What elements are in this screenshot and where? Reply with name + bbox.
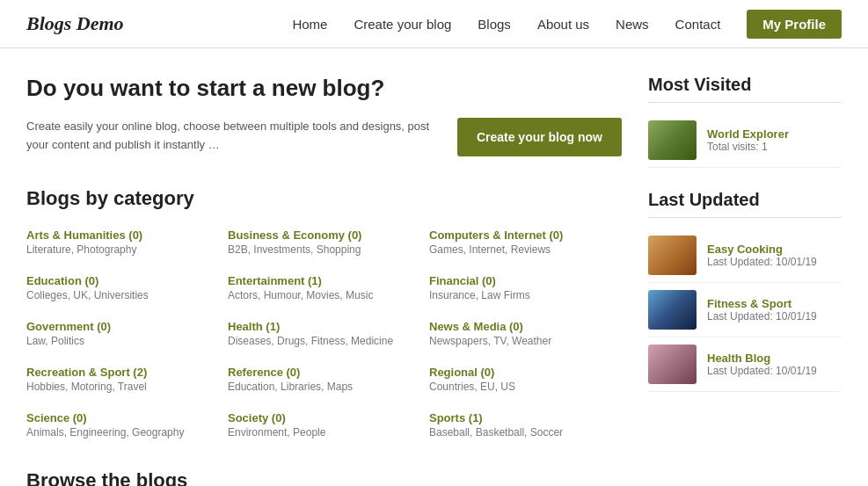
blog-name[interactable]: World Explorer [707, 127, 789, 141]
category-link[interactable]: Entertainment (1) [228, 274, 322, 287]
category-tags: Games, Internet, Reviews [429, 243, 622, 256]
nav-blogs[interactable]: Blogs [478, 17, 511, 32]
blog-thumbnail [648, 120, 697, 160]
category-link[interactable]: Business & Economy (0) [228, 228, 361, 242]
blog-name[interactable]: Health Blog [707, 352, 817, 365]
blog-info: Health Blog Last Updated: 10/01/19 [707, 352, 817, 377]
category-tags: Countries, EU, US [429, 381, 622, 393]
category-tags: Newspapers, TV, Weather [429, 335, 622, 347]
last-updated-item: Health Blog Last Updated: 10/01/19 [648, 337, 842, 392]
hero-title: Do you want to start a new blog? [26, 75, 622, 102]
category-tags: B2B, Investments, Shopping [228, 243, 420, 256]
blog-thumbnail [648, 236, 697, 275]
category-item: Business & Economy (0) B2B, Investments,… [228, 228, 420, 256]
category-item: Computers & Internet (0) Games, Internet… [429, 228, 622, 256]
category-link[interactable]: Education (0) [26, 274, 98, 287]
category-item: Education (0) Colleges, UK, Universities [26, 273, 219, 301]
category-tags: Education, Libraries, Maps [228, 381, 420, 393]
category-link[interactable]: News & Media (0) [429, 320, 523, 333]
category-link[interactable]: Science (0) [26, 411, 87, 424]
create-blog-now-button[interactable]: Create your blog now [457, 118, 622, 156]
category-link[interactable]: Sports (1) [429, 411, 483, 424]
category-link[interactable]: Arts & Humanities (0) [26, 228, 142, 242]
categories-grid: Arts & Humanities (0) Literature, Photog… [26, 228, 622, 439]
category-tags: Animals, Engineering, Geography [26, 426, 219, 439]
category-tags: Hobbies, Motoring, Travel [26, 381, 219, 393]
profile-button[interactable]: My Profile [747, 10, 842, 39]
nav-about[interactable]: About us [537, 17, 589, 32]
category-item: Entertainment (1) Actors, Humour, Movies… [228, 273, 420, 301]
category-item: Reference (0) Education, Libraries, Maps [228, 365, 420, 393]
blog-info: Easy Cooking Last Updated: 10/01/19 [707, 243, 817, 268]
category-item: Arts & Humanities (0) Literature, Photog… [26, 228, 219, 256]
category-tags: Diseases, Drugs, Fitness, Medicine [228, 335, 420, 347]
category-item: Government (0) Law, Politics [26, 319, 219, 347]
blog-meta: Last Updated: 10/01/19 [707, 256, 817, 268]
nav-create-blog[interactable]: Create your blog [354, 17, 451, 32]
category-tags: Literature, Photography [26, 243, 219, 256]
nav-news[interactable]: News [616, 17, 649, 32]
last-updated-section: Last Updated Easy Cooking Last Updated: … [648, 190, 842, 392]
categories-title: Blogs by category [26, 187, 622, 210]
last-updated-item: Easy Cooking Last Updated: 10/01/19 [648, 228, 842, 283]
category-item: News & Media (0) Newspapers, TV, Weather [429, 319, 622, 347]
category-link[interactable]: Computers & Internet (0) [429, 228, 563, 242]
category-item: Recreation & Sport (2) Hobbies, Motoring… [26, 365, 219, 393]
category-item: Science (0) Animals, Engineering, Geogra… [26, 410, 219, 439]
blog-meta: Last Updated: 10/01/19 [707, 365, 817, 377]
blog-info: Fitness & Sport Last Updated: 10/01/19 [707, 297, 817, 323]
category-tags: Environment, People [228, 426, 420, 439]
category-tags: Actors, Humour, Movies, Music [228, 289, 420, 301]
category-link[interactable]: Reference (0) [228, 366, 300, 379]
blog-info: World Explorer Total visits: 1 [707, 127, 789, 153]
hero-text: Create easily your online blog, choose b… [26, 118, 440, 155]
category-link[interactable]: Health (1) [228, 320, 280, 333]
category-tags: Baseball, Basketball, Soccer [429, 426, 622, 439]
category-tags: Insurance, Law Firms [429, 289, 622, 301]
nav-contact[interactable]: Contact [675, 17, 721, 32]
category-item: Financial (0) Insurance, Law Firms [429, 273, 622, 301]
browse-title: Browse the blogs [26, 469, 622, 486]
category-link[interactable]: Society (0) [228, 411, 286, 424]
category-tags: Law, Politics [26, 335, 219, 347]
navbar: Blogs Demo Home Create your blog Blogs A… [0, 0, 868, 48]
sidebar: Most Visited World Explorer Total visits… [648, 75, 842, 486]
category-item: Sports (1) Baseball, Basketball, Soccer [429, 410, 622, 439]
blog-thumbnail [648, 345, 697, 384]
site-logo: Blogs Demo [26, 12, 124, 35]
blog-name[interactable]: Easy Cooking [707, 243, 817, 256]
blog-meta: Total visits: 1 [707, 141, 789, 153]
category-link[interactable]: Regional (0) [429, 366, 494, 379]
category-item: Health (1) Diseases, Drugs, Fitness, Med… [228, 319, 420, 347]
nav-home[interactable]: Home [292, 17, 327, 32]
category-link[interactable]: Recreation & Sport (2) [26, 366, 147, 379]
most-visited-item: World Explorer Total visits: 1 [648, 113, 842, 168]
category-link[interactable]: Financial (0) [429, 274, 496, 287]
hero-body: Create easily your online blog, choose b… [26, 118, 622, 156]
main-content: Do you want to start a new blog? Create … [26, 75, 622, 486]
most-visited-section: Most Visited World Explorer Total visits… [648, 75, 842, 168]
last-updated-title: Last Updated [648, 190, 842, 218]
category-link[interactable]: Government (0) [26, 320, 111, 333]
blog-meta: Last Updated: 10/01/19 [707, 310, 817, 323]
nav-links: Home Create your blog Blogs About us New… [292, 17, 720, 32]
category-item: Regional (0) Countries, EU, US [429, 365, 622, 393]
most-visited-title: Most Visited [648, 75, 842, 103]
blog-thumbnail [648, 290, 697, 330]
category-item: Society (0) Environment, People [228, 410, 420, 439]
category-tags: Colleges, UK, Universities [26, 289, 219, 301]
blog-name[interactable]: Fitness & Sport [707, 297, 817, 310]
last-updated-item: Fitness & Sport Last Updated: 10/01/19 [648, 283, 842, 337]
